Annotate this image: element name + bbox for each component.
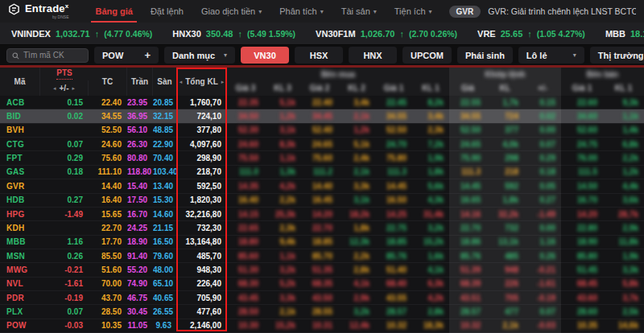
cell-blurred: 25,3k <box>264 210 301 219</box>
table-row-pdr[interactable]: PDR-0.1943.7046.7540.65705,9043.453,3k43… <box>0 291 644 305</box>
scroll-left-icon[interactable]: ◂ <box>53 85 56 92</box>
table-row-kdh[interactable]: KDH22.7024.2521.15732,3022.652,3k22.701,… <box>0 221 644 235</box>
cell-ceiling: 118.80 <box>127 167 153 176</box>
scroll-right-icon[interactable]: ▸ <box>221 79 225 85</box>
cell-blurred: 5,2k <box>264 279 301 288</box>
col-header-ceiling[interactable]: Trần <box>127 68 153 96</box>
cell-blurred: 18.80 <box>227 237 264 246</box>
table-row-plx[interactable]: PLX0.0728.5030.4526.55477,6028.502,1k28.… <box>0 305 644 319</box>
cell-blurred: 3,1k <box>338 195 375 204</box>
col-header-code[interactable]: Mã <box>0 68 40 96</box>
index-item-vnindex[interactable]: VNINDEX1,032.71↑(4.77 0.46%) <box>11 29 152 39</box>
index-item-vn30f1m[interactable]: VN30F1M1,026.70↑(2.70 0.26%) <box>316 29 457 39</box>
cell-floor: 21.15 <box>153 224 177 232</box>
brand-logo[interactable]: Entradex by DNSE <box>8 3 68 18</box>
search-input[interactable] <box>23 51 83 60</box>
table-row-bid[interactable]: BID0.0234.5536.9532.15724,1034.501,2k34.… <box>0 109 644 123</box>
cell-blurred: 485 <box>486 252 524 261</box>
nav-item-bảng-giá[interactable]: Bảng giá <box>86 0 141 23</box>
table-row-hpg[interactable]: HPG-1.4915.6516.7014.6032,216,8014.1525,… <box>0 208 644 221</box>
cell-code: BID <box>0 112 40 121</box>
cell-blurred: 76.00 <box>561 154 603 162</box>
cell-ceiling: 46.75 <box>127 294 153 302</box>
cell-code: MWG <box>0 265 40 274</box>
tab-phái-sinh[interactable]: Phái sinh <box>457 47 513 64</box>
tab-vn30[interactable]: VN30 <box>241 47 289 64</box>
table-row-pow[interactable]: POW-0.0310.3511.059.632,146,0010.3015,2k… <box>0 319 644 333</box>
add-symbol-button[interactable]: + <box>144 49 151 61</box>
scroll-left-icon[interactable]: ◂ <box>180 79 183 85</box>
watchlist-tab-pow[interactable]: POW + <box>94 47 159 64</box>
cell-ceiling: 30.45 <box>127 307 153 316</box>
table-row-acb[interactable]: ACB0.1522.4023.9520.851,760,7022.355,1k2… <box>0 96 644 109</box>
scroll-right-icon[interactable]: ▸ <box>72 85 75 92</box>
tab-hnx[interactable]: HNX <box>349 47 397 64</box>
index-item-mbb[interactable]: MBB18.15↑(0.45 2.54%) <box>605 29 644 39</box>
table-row-nvl[interactable]: NVL-1.6170.0074.9065.10226,4068.305,2k68… <box>0 278 644 291</box>
cell-tc: 22.70 <box>89 224 127 232</box>
index-item-vre[interactable]: VRE25.65↑(1.05 4.27%) <box>477 29 585 39</box>
cell-blurred: 85.80 <box>561 252 603 261</box>
nav-item-tiện-ích[interactable]: Tiện ích▾ <box>386 0 441 23</box>
cell-blurred: 5,1k <box>338 140 375 149</box>
search-box[interactable] <box>6 48 89 63</box>
table-row-mwg[interactable]: MWG-0.2151.6055.2048.00948,3051.303,2k51… <box>0 263 644 277</box>
entrade-logo-icon <box>8 3 20 18</box>
tab-lô-lẻ[interactable]: Lô lẻ▾ <box>518 47 584 64</box>
cell-blurred: 28.57 <box>449 307 486 316</box>
cell-blurred: 3,6k <box>603 195 644 204</box>
cell-blurred: 24.65 <box>449 140 486 149</box>
cell-blurred: 111.2 <box>301 167 338 176</box>
table-row-gvr[interactable]: GVR14.4015.4013.40592,5014.354,2k14.403,… <box>0 179 644 193</box>
cell-change: -0.03 <box>40 321 89 330</box>
cell-blurred: 592 <box>486 182 524 191</box>
cell-ceiling: 11.05 <box>127 321 153 330</box>
sub-header: KL 1 <box>603 80 644 96</box>
index-name: VRE <box>477 29 496 39</box>
category-dropdown[interactable]: Danh mục ▾ <box>164 47 235 64</box>
news-ticker-badge[interactable]: GVR <box>449 6 481 18</box>
index-item-hnx30[interactable]: HNX30350.48↑(5.49 1.59%) <box>172 29 295 39</box>
table-row-gas[interactable]: GAS0.18111.10118.80103.40218,70111.01,3k… <box>0 166 644 179</box>
col-header-tc[interactable]: TC <box>89 68 127 96</box>
col-header-pts[interactable]: PTS <box>40 68 89 80</box>
table-row-bvh[interactable]: BVH52.5056.1048.85377,8052.303,1k52.401,… <box>0 124 644 138</box>
cell-blurred: 3,1k <box>264 125 301 134</box>
nav-item-phân-tích[interactable]: Phân tích▾ <box>270 0 332 23</box>
table-row-hdb[interactable]: HDB0.2716.4017.5015.301,820,3016.402,2k1… <box>0 194 644 208</box>
cell-ceiling: 26.30 <box>127 140 153 149</box>
table-row-fpt[interactable]: FPT0.2975.6080.8070.40298,9075.501,1k75.… <box>0 151 644 165</box>
cell-change: -0.19 <box>40 294 89 302</box>
table-row-ctg[interactable]: CTG0.0724.6026.3022.904,097,6024.608,3k2… <box>0 138 644 151</box>
nav-item-giao-dịch-tiền[interactable]: Giao dịch tiền▾ <box>192 0 270 23</box>
tab-hsx[interactable]: HSX <box>295 47 343 64</box>
cell-blurred: 2,8k <box>412 307 449 316</box>
chevron-down-icon: ▾ <box>258 8 262 15</box>
col-header-floor[interactable]: Sàn <box>153 68 177 96</box>
cell-blurred: 43.50 <box>301 294 338 302</box>
search-icon <box>12 48 19 63</box>
cell-total-volume: 485,70 <box>177 252 227 261</box>
col-header-change[interactable]: ◂+/-▸ <box>40 80 89 96</box>
table-row-msn[interactable]: MSN0.2685.5091.4079.60485,7085.601,1k85.… <box>0 249 644 263</box>
cell-ceiling: 15.40 <box>127 182 153 191</box>
cell-blurred: 5,8k <box>603 279 644 288</box>
cell-floor: 40.65 <box>153 294 177 302</box>
brand-name: Entradex <box>25 3 68 14</box>
nav-item-đặt-lệnh[interactable]: Đặt lệnh <box>142 0 192 23</box>
cell-floor: 32.15 <box>153 112 177 121</box>
cell-blurred: 3,4k <box>412 112 449 121</box>
nav-item-tài-sản[interactable]: Tài sản▾ <box>332 0 386 23</box>
index-value: 350.48 <box>206 29 233 39</box>
cell-code: KDH <box>0 224 40 232</box>
cell-blurred: 4,0k <box>486 140 524 149</box>
tab-thị-trường[interactable]: Thị trường <box>590 47 644 64</box>
tab-upcom[interactable]: UPCOM <box>402 47 452 64</box>
cell-blurred: 477 <box>486 307 524 316</box>
cell-code: BVH <box>0 125 40 134</box>
col-header-total-volume[interactable]: ◂Tổng KL▸ <box>177 68 227 96</box>
cell-blurred: 85.60 <box>227 252 264 261</box>
cell-blurred: 3,3k <box>338 182 375 191</box>
table-row-mbb[interactable]: MBB1.1617.7018.9016.5013,164,8018.809,4k… <box>0 236 644 249</box>
cell-blurred: 2,3k <box>412 125 449 134</box>
